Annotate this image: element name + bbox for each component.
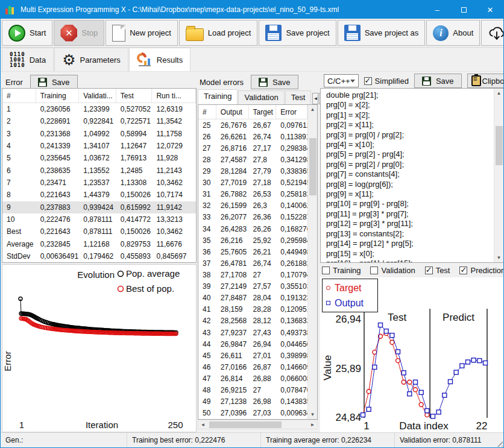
tab-data[interactable]: 011010011010 Data [2, 48, 54, 71]
table-row[interactable]: 20,2286910,9228410,72257111,3542 [2, 115, 196, 127]
table-row[interactable]: StdDev0,006364910,1794620,4558930,845697 [2, 250, 196, 262]
minimize-button[interactable]: – [424, 1, 450, 19]
table-row[interactable]: 3426,428326,260,168276 [198, 223, 307, 235]
scroll-up-icon[interactable]: ▲ [494, 89, 503, 98]
table-row[interactable]: 4526,61127,010,398998 [198, 350, 307, 361]
table-cell: 26,88 [249, 374, 277, 383]
column-header[interactable]: Training [36, 89, 80, 103]
table-row[interactable]: 30,2313681,049920,5899411,1758 [2, 128, 196, 140]
table-cell: 0,493738 [276, 329, 307, 337]
table-row[interactable]: 100,2224760,8781110,41477213,3213 [2, 213, 196, 226]
tab-results[interactable]: Results [129, 48, 191, 71]
table-row[interactable]: 3927,214927,570,355103 [198, 281, 307, 292]
table-row[interactable]: 2726,871627,170,298384 [198, 142, 307, 154]
code-vscrollbar[interactable]: ▲ ▼ [494, 89, 503, 262]
generated-code[interactable]: double prg[21]; prg[0] = x[2]; prg[1] = … [321, 89, 503, 262]
start-button[interactable]: Start [2, 20, 52, 46]
about-button[interactable]: iAbout [426, 20, 480, 46]
column-header[interactable]: Error [276, 105, 307, 119]
scroll-thumb[interactable] [309, 138, 317, 195]
error-save-button[interactable]: Save [30, 75, 78, 89]
table-row[interactable]: Best0,2216430,8781110,15002610,3462 [2, 226, 196, 238]
table-row[interactable]: 70,234711,235371,1330810,3462 [2, 177, 196, 189]
table-row[interactable]: 4228,256828,120,136832 [198, 315, 307, 327]
updates-button[interactable]: Updates [481, 20, 504, 46]
table-row[interactable]: 3827,1708270,170794 [198, 269, 307, 280]
model-errors-hscrollbar[interactable]: ◄ ► [198, 420, 318, 429]
tabs-scroll-left-icon[interactable]: ◄ [312, 93, 318, 104]
table-row[interactable]: 3126,788226,530,258182 [198, 189, 307, 200]
table-row[interactable]: 80,2216431,443790,15002610,7174 [2, 189, 196, 201]
table-row[interactable]: 60,2386351,135521,248511,2143 [2, 165, 196, 177]
table-row[interactable]: 2928,128427,790,338365 [198, 165, 307, 177]
model-errors-tab-test[interactable]: Test [285, 90, 312, 104]
scroll-left-icon[interactable]: ◄ [198, 420, 207, 429]
column-header[interactable]: # [198, 105, 216, 119]
model-errors-tab-validation[interactable]: Validation [238, 90, 284, 104]
scroll-down-icon[interactable]: ▼ [494, 253, 503, 262]
toggle-training[interactable]: Training [322, 266, 361, 275]
table-row[interactable]: 50,2356451,036721,7691311,928 [2, 152, 196, 164]
table-cell: 43 [198, 329, 216, 337]
table-row[interactable]: 4826,9215270,078470 [198, 385, 307, 396]
table-row[interactable]: 4927,123826,980,143835 [198, 396, 307, 408]
save-project-button[interactable]: Save project [259, 20, 336, 46]
column-header[interactable]: Output [216, 105, 249, 119]
table-cell: 26,9847 [216, 340, 249, 349]
table-row[interactable]: 3226,159926,30,140062 [198, 200, 307, 212]
table-row[interactable]: 4327,923727,430,493738 [198, 327, 307, 338]
table-row[interactable]: 4627,016626,870,146609 [198, 361, 307, 373]
column-header[interactable]: # [2, 89, 36, 103]
language-select[interactable]: C/C++ [324, 74, 359, 87]
new-project-icon [112, 25, 125, 42]
table-row[interactable]: 2526,767626,670,097612 [198, 119, 307, 131]
table-row[interactable]: 4426,984726,940,044650 [198, 338, 307, 350]
table-row[interactable]: 10,2360561,233990,52705212,6319 [2, 103, 196, 115]
column-header[interactable]: Test [116, 89, 153, 103]
table-cell: 26,2077 [216, 213, 249, 221]
table-row[interactable]: 2827,458727,80,341298 [198, 154, 307, 165]
table-row[interactable]: 90,2378830,9394240,61599211,9142 [2, 201, 196, 213]
table-row[interactable]: 3027,701927,180,521945 [198, 177, 307, 189]
table-row[interactable]: 4027,848728,040,191323 [198, 292, 307, 304]
table-row[interactable]: Average0,2328451,121680,82975311,6676 [2, 238, 196, 250]
scroll-thumb[interactable] [496, 126, 503, 165]
table-row[interactable]: 4128,15928,280,120951 [198, 304, 307, 315]
close-button[interactable]: ✕ [477, 1, 503, 19]
load-project-button[interactable]: Load project [179, 20, 258, 46]
toggle-validation[interactable]: Validation [370, 266, 415, 275]
table-cell: 0,231368 [36, 130, 80, 138]
simplified-checkbox[interactable]: Simplified [364, 77, 409, 86]
tab-parameters[interactable]: ⚙ Parameters [54, 48, 128, 71]
new-project-button[interactable]: New project [106, 20, 178, 46]
model-errors-save-button[interactable]: Save [251, 75, 298, 89]
column-header[interactable]: Run ti... [152, 89, 196, 103]
scroll-right-icon[interactable]: ► [308, 420, 317, 429]
table-row[interactable]: 3726,478126,740,261882 [198, 257, 307, 269]
code-save-button[interactable]: Save [414, 74, 462, 88]
table-row[interactable]: 4726,81426,880,066008 [198, 373, 307, 384]
table-row[interactable]: 3326,207726,360,152287 [198, 212, 307, 223]
column-header[interactable]: Target [249, 105, 277, 119]
toggle-predictions[interactable]: Predictions [459, 266, 503, 275]
scroll-up-icon[interactable]: ▲ [308, 105, 317, 114]
table-cell: 1,76913 [116, 154, 153, 162]
table-cell: 26,21 [249, 248, 277, 256]
model-errors-vscrollbar[interactable]: ▲ ▼ [307, 105, 317, 419]
save-project-as-button[interactable]: Save project as [338, 20, 426, 46]
status-training-average-error: Training average error: 0,226234 [261, 433, 395, 447]
table-row[interactable]: 3625,760526,210,449498 [198, 246, 307, 257]
scroll-thumb[interactable] [209, 421, 282, 428]
save-floppy-icon [38, 78, 47, 87]
maximize-button[interactable] [450, 1, 477, 19]
model-errors-tab-training[interactable]: Training [198, 89, 238, 104]
table-row[interactable]: 2626,626126,740,113891 [198, 131, 307, 142]
toggle-test[interactable]: Test [425, 266, 450, 275]
stop-button[interactable]: ✕Stop [54, 20, 104, 46]
table-row[interactable]: 3526,21625,920,295984 [198, 235, 307, 246]
table-row[interactable]: 40,2413391,341071,1264712,0729 [2, 140, 196, 152]
clipboard-button[interactable]: Clipboard [467, 74, 503, 88]
column-header[interactable]: Validati... [79, 89, 116, 103]
table-row[interactable]: 5027,039627,030,009634 [198, 408, 307, 419]
scroll-down-icon[interactable]: ▼ [308, 410, 317, 419]
